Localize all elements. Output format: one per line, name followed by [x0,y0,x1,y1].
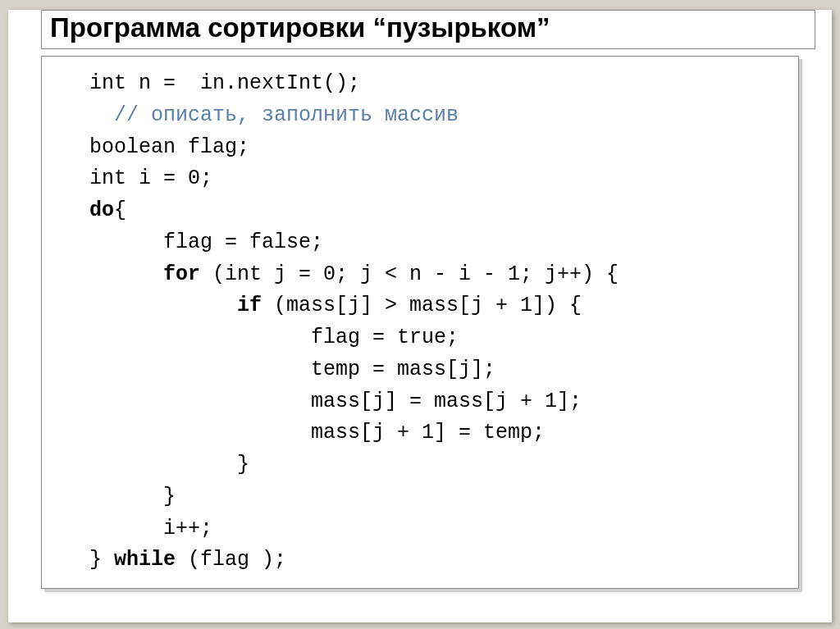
slide-title: Программа сортировки “пузырьком” [50,12,806,43]
slide: Программа сортировки “пузырьком” int n =… [8,10,832,622]
code-box: int n = in.nextInt(); // описать, заполн… [41,56,799,589]
keyword-do: do [89,198,114,222]
code-block: int n = in.nextInt(); // описать, заполн… [89,68,782,577]
code-line-16c: (flag ); [176,548,286,572]
code-line-4: int i = 0; [89,166,212,190]
code-line-7c: (int j = 0; j < n - i - 1; j++) { [200,262,619,286]
code-line-14: } [89,485,176,508]
keyword-for: for [163,262,200,286]
code-line-10: temp = mass[j]; [89,358,495,381]
code-line-5b: { [114,198,126,222]
code-comment: // описать, заполнить массив [114,103,459,127]
keyword-while: while [114,548,176,572]
code-line-8a [89,294,237,317]
code-line-8c: (mass[j] > mass[j + 1]) { [262,294,582,317]
code-line-16a: } [89,548,114,572]
code-line-11: mass[j] = mass[j + 1]; [89,390,582,413]
keyword-if: if [237,294,262,317]
code-line-3: boolean flag; [89,135,249,159]
code-line-2-indent [89,103,114,127]
code-line-6: flag = false; [89,230,323,254]
code-line-7a [89,262,163,286]
code-line-15: i++; [89,517,212,540]
code-line-12: mass[j + 1] = temp; [89,421,545,444]
code-line-1: int n = in.nextInt(); [89,71,360,95]
code-line-13: } [89,453,249,476]
code-line-9: flag = true; [89,326,459,349]
title-box: Программа сортировки “пузырьком” [41,10,815,49]
